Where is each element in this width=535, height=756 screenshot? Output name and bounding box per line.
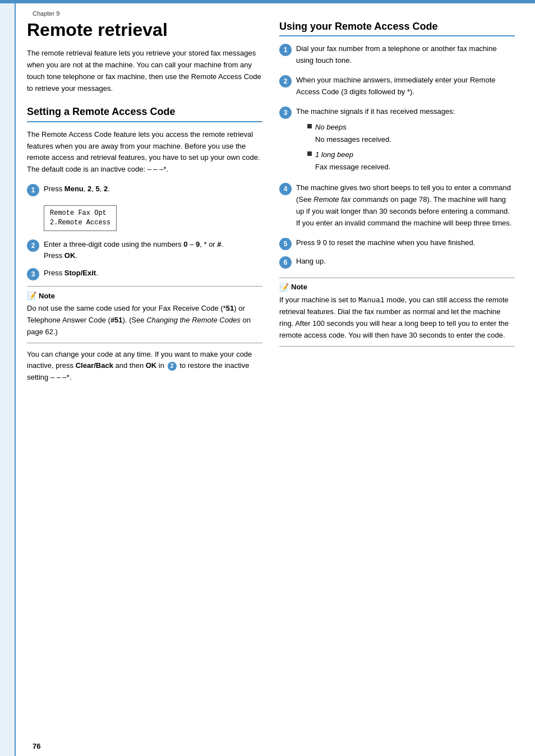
step1-bold-menu: Menu [64, 185, 84, 193]
bullet2-square [307, 151, 312, 156]
step2-bold-0: 0 [183, 240, 187, 248]
change-text: You can change your code at any time. If… [27, 349, 262, 384]
note-text-left: Do not use the same code used for your F… [27, 303, 262, 338]
step2-text: Enter a three-digit code using the numbe… [44, 239, 262, 262]
note-title-right: 📝 Note [279, 283, 515, 292]
right-step1-text: Dial your fax number from a telephone or… [296, 43, 515, 67]
step1-item: 1 Press Menu, 2, 5, 2. [27, 183, 262, 196]
change-bold-clearback: Clear/Back [76, 361, 113, 370]
note-icon-right: 📝 [279, 283, 289, 292]
left-sidebar [0, 3, 16, 756]
step4-italic: Remote fax commands [313, 195, 389, 204]
bullet1-italic: No beeps [315, 122, 347, 133]
change-bold-ok: OK [146, 361, 157, 370]
bullet2-item: 1 long beep Fax message received. [307, 149, 515, 172]
left-column: Remote retrieval The remote retrieval fe… [27, 20, 262, 725]
right-step2-text: When your machine answers, immediately e… [296, 75, 515, 98]
note-bold-hash51: #51 [110, 316, 123, 324]
footer: 76 [16, 736, 535, 756]
right-step2-circle: 2 [279, 75, 292, 87]
page-inner: Chapter 9 Remote retrieval The remote re… [0, 3, 535, 756]
page-number: 76 [33, 742, 40, 750]
main-title: Remote retrieval [27, 20, 262, 40]
note-label-right: Note [291, 283, 307, 291]
step2-bold-9: 9 [196, 240, 200, 248]
right-step5-text: Press 9 0 to reset the machine when you … [296, 237, 515, 249]
note-box-left: 📝 Note Do not use the same code used for… [27, 286, 262, 343]
right-step1-circle: 1 [279, 44, 292, 56]
note-text-right: If your machine is set to Manual mode, y… [279, 294, 515, 342]
note-label-left: Note [39, 292, 55, 300]
note-bold-51: 51 [226, 304, 234, 312]
step2-bold-hash: # [217, 240, 221, 248]
right-column: Using your Remote Access Code 1 Dial you… [279, 20, 515, 725]
right-step3-item: 3 The machine signals if it has received… [279, 106, 515, 177]
step1-text: Press Menu, 2, 5, 2. [44, 183, 262, 195]
content-area: Chapter 9 Remote retrieval The remote re… [16, 3, 535, 756]
bullet2-italic: 1 long beep [315, 149, 353, 160]
right-step3-text: The machine signals if it has received m… [296, 106, 515, 177]
two-columns: Remote retrieval The remote retrieval fe… [16, 20, 535, 736]
bullet2-label: 1 long beep [307, 149, 515, 160]
page: Chapter 9 Remote retrieval The remote re… [0, 0, 535, 756]
section1-heading: Setting a Remote Access Code [27, 105, 262, 122]
step3-bold-stopexit: Stop/Exit [64, 269, 96, 277]
right-step4-circle: 4 [279, 183, 292, 195]
lcd-display: Remote Fax Opt 2.Remote Access [44, 205, 117, 231]
bullet1-desc: No messages received. [315, 134, 515, 145]
lcd-line1: Remote Fax Opt [50, 209, 110, 218]
right-step4-text: The machine gives two short beeps to tel… [296, 182, 515, 229]
intro-text: The remote retrieval feature lets you re… [27, 48, 262, 94]
right-step6-item: 6 Hang up. [279, 256, 515, 269]
step1-bold-2b: 2 [104, 185, 108, 193]
step2-bold-ok: OK [64, 251, 76, 260]
right-step6-text: Hang up. [296, 256, 515, 268]
right-step4-item: 4 The machine gives two short beeps to t… [279, 182, 515, 229]
change-circle-2: 2 [168, 362, 177, 371]
chapter-label: Chapter 9 [33, 10, 59, 17]
bullet1-item: No beeps No messages received. [307, 122, 515, 145]
step2-item: 2 Enter a three-digit code using the num… [27, 239, 262, 262]
step1-circle: 1 [27, 184, 39, 196]
right-step1-item: 1 Dial your fax number from a telephone … [279, 43, 515, 67]
right-step2-item: 2 When your machine answers, immediately… [279, 75, 515, 98]
section2-heading: Using your Remote Access Code [279, 20, 515, 36]
bullet1-square [307, 124, 312, 128]
lcd-line2: 2.Remote Access [50, 218, 110, 228]
right-step5-circle: 5 [279, 238, 292, 250]
note-mono-manual: Manual [358, 296, 385, 305]
step2-circle: 2 [27, 239, 39, 252]
step3-item: 3 Press Stop/Exit. [27, 268, 262, 280]
right-step3-circle: 3 [279, 107, 292, 119]
chapter-header: Chapter 9 [16, 3, 535, 20]
section1-body: The Remote Access Code feature lets you … [27, 129, 262, 176]
step3-text: Press Stop/Exit. [44, 268, 262, 279]
note-icon-left: 📝 [27, 291, 36, 300]
right-step6-circle: 6 [279, 256, 292, 269]
note-title-left: 📝 Note [27, 291, 262, 300]
bullet2-desc: Fax message received. [315, 162, 515, 173]
step1-bold-2: 2 [87, 185, 91, 193]
step1-bold-5: 5 [96, 185, 100, 193]
bullet1-label: No beeps [307, 122, 515, 133]
note-box-right: 📝 Note If your machine is set to Manual … [279, 278, 515, 347]
note-italic-link: Changing the Remote Codes [146, 316, 241, 324]
right-step5-item: 5 Press 9 0 to reset the machine when yo… [279, 237, 515, 250]
step3-circle: 3 [27, 268, 39, 280]
